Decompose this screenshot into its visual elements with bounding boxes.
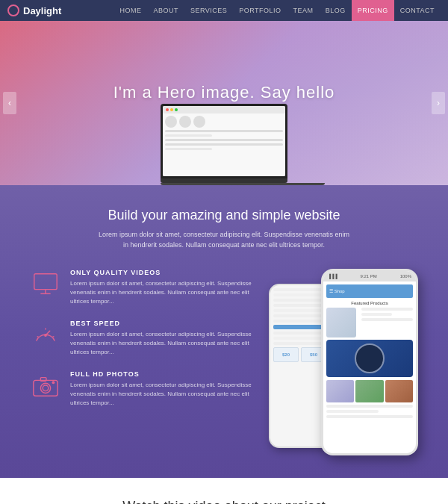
pi-line-2	[361, 313, 392, 316]
dot-yellow	[170, 108, 173, 111]
lc-avatar-3	[193, 116, 205, 128]
nav-contact[interactable]: CONTACT	[394, 0, 441, 21]
features-description: Lorem ipsum dolor sit amet, consectetur …	[97, 229, 351, 251]
chevron-left-icon: ‹	[8, 98, 11, 108]
features-grid: ONLY QUALITY VIDEOS Lorem ipsum dolor si…	[30, 269, 418, 463]
lc-line-3	[165, 143, 283, 146]
phone-time: 9:21 PM	[361, 274, 377, 279]
feature-best-speed: BEST SPEED Lorem ipsum dolor sit amet, c…	[30, 320, 254, 357]
nav-team[interactable]: TEAM	[287, 0, 320, 21]
features-list: ONLY QUALITY VIDEOS Lorem ipsum dolor si…	[30, 269, 254, 463]
lc-line	[165, 130, 283, 132]
laptop-foot	[161, 183, 325, 185]
feature-speed-label: BEST SPEED	[70, 320, 254, 327]
lc-avatar-2	[179, 116, 191, 128]
phone-bottom-content	[326, 405, 413, 418]
feature-photos-text: FULL HD PHOTOS Lorem ipsum dolor sit ame…	[70, 370, 254, 408]
phone-product-info	[358, 308, 413, 337]
svg-point-9	[43, 385, 49, 391]
svg-point-3	[44, 334, 47, 337]
phone-img-2	[355, 380, 383, 402]
phone-img-3	[385, 380, 413, 402]
features-section: Build your amazing and simple website Lo…	[0, 185, 448, 478]
phone-header: ☰ Shop	[326, 284, 413, 298]
hero-next-button[interactable]: ›	[432, 92, 445, 114]
feature-photos-label: FULL HD PHOTOS	[70, 370, 254, 378]
pb-line-9	[273, 337, 322, 340]
pbc-line-2	[326, 410, 379, 413]
feature-quality-body: Lorem ipsum dolor sit amet, consectetur …	[70, 279, 254, 306]
nav-services[interactable]: SERVICES	[184, 0, 233, 21]
laptop-screen	[161, 104, 287, 178]
pb-line-2	[273, 293, 322, 296]
phone-section-title: Featured Products	[326, 301, 413, 305]
hero-section: ‹ I'm a Hero image. Say hello Start brow…	[0, 21, 448, 185]
lc-avatar-1	[165, 116, 177, 128]
phone-product-img	[326, 308, 356, 337]
laptop-screen-inner	[163, 106, 285, 176]
chevron-right-icon: ›	[437, 98, 440, 108]
feature-speed-text: BEST SPEED Lorem ipsum dolor sit amet, c…	[70, 320, 254, 357]
laptop-mockup	[161, 104, 287, 185]
video-title: Watch this video about our project	[30, 499, 418, 504]
nav-portfolio[interactable]: PORTFOLIO	[233, 0, 287, 21]
navbar: Daylight HOME ABOUT SERVICES PORTFOLIO T…	[0, 0, 448, 21]
price-1: $20	[282, 352, 290, 357]
laptop-screen-bar	[163, 106, 285, 113]
nav-pricing[interactable]: PRICING	[352, 0, 394, 21]
nav-about[interactable]: ABOUT	[147, 0, 184, 21]
features-title: Build your amazing and simple website	[30, 208, 418, 223]
nav-blog[interactable]: BLOG	[320, 0, 352, 21]
feature-quality-text: ONLY QUALITY VIDEOS Lorem ipsum dolor si…	[70, 269, 254, 306]
laptop-content	[163, 113, 285, 176]
phone-notch: ▐▐▐ 9:21 PM 100%	[323, 271, 416, 281]
pb-card-1: $20	[273, 347, 299, 362]
brand: Daylight	[7, 4, 61, 16]
video-section: Watch this video about our project Lorem…	[0, 478, 448, 504]
watch-face	[355, 343, 385, 373]
svg-point-8	[40, 383, 50, 393]
phone-watch-banner	[326, 340, 413, 377]
hero-title: I'm a Hero image. Say hello	[113, 83, 335, 102]
phone-mockup-area: $20 $50 $99 ▐▐▐ 9:21 PM 10	[269, 269, 418, 463]
speedometer-icon	[30, 320, 61, 351]
dot-green	[175, 108, 178, 111]
lc-line-2	[165, 139, 283, 141]
nav-links: HOME ABOUT SERVICES PORTFOLIO TEAM BLOG …	[113, 0, 441, 21]
dot-red	[166, 108, 169, 111]
brand-name: Daylight	[23, 5, 61, 16]
svg-point-11	[52, 381, 55, 384]
phone-image-row	[326, 380, 413, 402]
feature-photos-body: Lorem ipsum dolor sit amet, consectetur …	[70, 381, 254, 408]
camera-icon	[30, 370, 61, 402]
nav-home[interactable]: HOME	[113, 0, 147, 21]
phone-front: ▐▐▐ 9:21 PM 100% ☰ Shop Featured Product…	[321, 269, 418, 455]
lc-line-short	[165, 134, 212, 137]
pi-line-1	[361, 308, 413, 311]
svg-rect-0	[34, 274, 57, 290]
pbc-line-1	[326, 405, 413, 408]
price-2: $50	[310, 352, 317, 357]
feature-speed-body: Lorem ipsum dolor sit amet, consectetur …	[70, 330, 254, 357]
lc-line-short-2	[165, 148, 212, 150]
pb-line-5	[273, 309, 322, 312]
phone-screen-content: ☰ Shop Featured Products	[323, 281, 416, 423]
feature-quality-label: ONLY QUALITY VIDEOS	[70, 269, 254, 276]
phone-app-title: ☰ Shop	[329, 288, 345, 293]
phone-img-1	[326, 380, 354, 402]
svg-rect-10	[40, 377, 46, 381]
phone-battery: 100%	[400, 274, 411, 279]
pi-line-3	[361, 318, 413, 321]
monitor-icon	[30, 269, 61, 300]
phone-product-row	[326, 308, 413, 337]
phone-signal: ▐▐▐	[328, 274, 337, 279]
brand-icon	[7, 4, 19, 16]
hero-prev-button[interactable]: ‹	[3, 92, 16, 114]
feature-quality-videos: ONLY QUALITY VIDEOS Lorem ipsum dolor si…	[30, 269, 254, 306]
feature-hd-photos: FULL HD PHOTOS Lorem ipsum dolor sit ame…	[30, 370, 254, 408]
pbc-line-3	[326, 415, 413, 418]
